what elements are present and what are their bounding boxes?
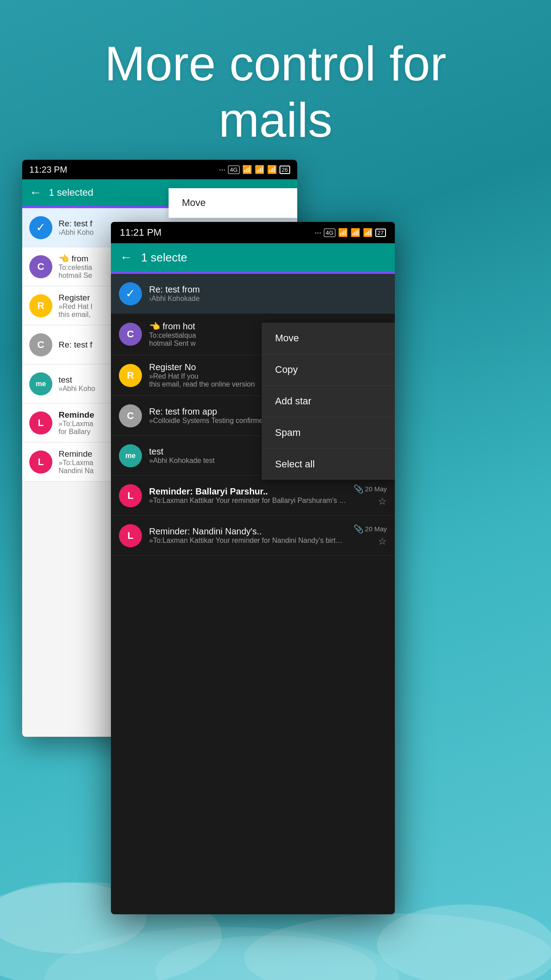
- bg-status-time: 11:23 PM: [29, 165, 67, 175]
- headline-line1: More control for: [105, 36, 446, 91]
- fg-email-content-6: Reminder: Ballaryi Parshur.. »To:Laxman …: [149, 486, 346, 505]
- fg-email-subject-1: Re: test from: [149, 285, 200, 295]
- fg-context-menu: Move Copy Add star Spam Select all: [262, 323, 395, 480]
- fg-menu-item-addstar[interactable]: Add star: [262, 386, 395, 417]
- fg-email-preview-7: »To:Laxman Kattikar Your reminder for Na…: [149, 537, 346, 545]
- fg-avatar-1: ✓: [119, 282, 142, 305]
- screens-container: 11:23 PM ··· 4G 📶 📶 📶 26 ← 1 selected Mo…: [22, 160, 532, 937]
- fg-menu-item-spam[interactable]: Spam: [262, 417, 395, 449]
- bg-context-menu: Move: [169, 188, 297, 218]
- fg-email-item-6[interactable]: L Reminder: Ballaryi Parshur.. »To:Laxma…: [111, 476, 395, 516]
- bg-avatar-7: L: [29, 450, 52, 474]
- headline-line2: mails: [219, 92, 333, 147]
- bg-selected-count: 1 selected: [49, 187, 93, 198]
- fg-menu-item-selectall[interactable]: Select all: [262, 449, 395, 480]
- fg-email-date-6: 20 May: [365, 485, 387, 493]
- bg-menu-item-move[interactable]: Move: [169, 188, 297, 218]
- fg-email-date-7: 20 May: [365, 525, 387, 533]
- fg-email-meta-6: 📎 20 May ☆: [354, 484, 387, 507]
- bg-avatar-1: ✓: [29, 216, 52, 239]
- fg-email-subject-7: Reminder: Nandini Nandy's..: [149, 526, 346, 537]
- bg-status-icons: ··· 4G 📶 📶 📶 26: [219, 165, 290, 174]
- fg-status-icons: ··· 4G 📶 📶 📶 27: [315, 228, 386, 237]
- foreground-phone: 11:21 PM ··· 4G 📶 📶 📶 27 ← 1 selecte Mov…: [111, 222, 395, 914]
- fg-email-content-7: Reminder: Nandini Nandy's.. »To:Laxman K…: [149, 526, 346, 545]
- fg-email-header: ← 1 selecte: [111, 243, 395, 272]
- fg-star-icon-6[interactable]: ☆: [378, 496, 387, 507]
- fg-status-time: 11:21 PM: [120, 227, 161, 238]
- bg-avatar-5: me: [29, 372, 52, 395]
- fg-email-preview-1: ›Abhi Kohokade: [149, 295, 200, 303]
- bg-avatar-4: C: [29, 333, 52, 356]
- bg-back-arrow[interactable]: ←: [29, 186, 42, 200]
- fg-email-content-1: Re: test from ›Abhi Kohokade: [149, 285, 200, 303]
- page-headline: More control for mails: [0, 0, 551, 174]
- fg-back-arrow[interactable]: ←: [120, 250, 132, 265]
- fg-avatar-7: L: [119, 524, 142, 547]
- fg-email-list-container: Move Copy Add star Spam Select all ✓ Re:…: [111, 274, 395, 556]
- bg-status-bar: 11:23 PM ··· 4G 📶 📶 📶 26: [22, 160, 297, 179]
- fg-email-item-7[interactable]: L Reminder: Nandini Nandy's.. »To:Laxman…: [111, 516, 395, 556]
- bg-avatar-6: L: [29, 411, 52, 435]
- fg-email-subject-6: Reminder: Ballaryi Parshur..: [149, 486, 346, 497]
- fg-email-preview-2b: hotmail Sent w: [149, 340, 196, 348]
- bg-avatar-2: C: [29, 255, 52, 278]
- fg-status-bar: 11:21 PM ··· 4G 📶 📶 📶 27: [111, 222, 395, 243]
- fg-avatar-2: C: [119, 323, 142, 346]
- fg-email-meta-7: 📎 20 May ☆: [354, 524, 387, 547]
- fg-attach-icon-6: 📎: [354, 484, 363, 494]
- fg-avatar-4: C: [119, 404, 142, 427]
- fg-menu-item-move[interactable]: Move: [262, 323, 395, 354]
- fg-email-subject-2: 👈 from hot: [149, 321, 196, 332]
- fg-avatar-3: R: [119, 364, 142, 387]
- fg-email-preview-6: »To:Laxman Kattikar Your reminder for Ba…: [149, 497, 346, 505]
- fg-email-preview-2: To:celestialqua: [149, 332, 196, 340]
- fg-menu-item-copy[interactable]: Copy: [262, 354, 395, 386]
- fg-avatar-6: L: [119, 484, 142, 507]
- fg-selected-count: 1 selecte: [141, 251, 187, 265]
- fg-email-content-2: 👈 from hot To:celestialqua hotmail Sent …: [149, 321, 196, 348]
- fg-star-icon-7[interactable]: ☆: [378, 536, 387, 547]
- fg-email-item-1[interactable]: ✓ Re: test from ›Abhi Kohokade: [111, 274, 395, 314]
- bg-avatar-3: R: [29, 294, 52, 317]
- fg-avatar-5: me: [119, 444, 142, 467]
- fg-attach-icon-7: 📎: [354, 524, 363, 534]
